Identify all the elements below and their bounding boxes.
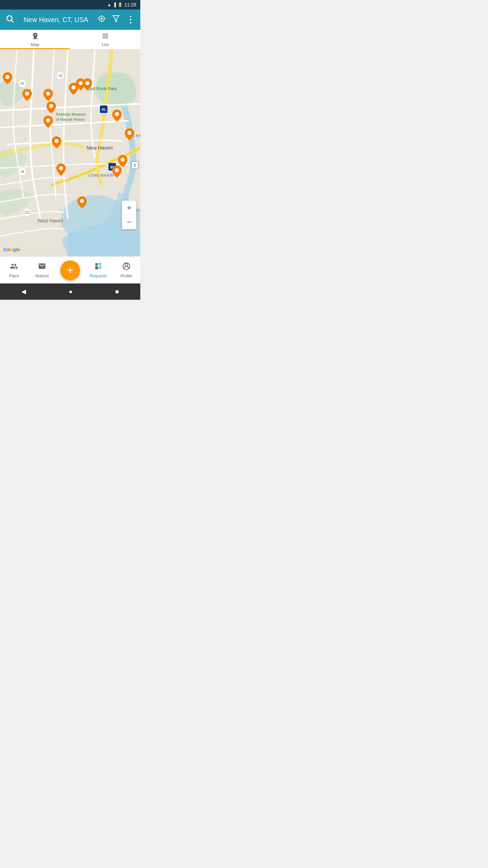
map-marker[interactable]	[77, 196, 87, 209]
svg-point-49	[115, 112, 119, 116]
battery-icon: 🔋	[118, 2, 123, 7]
markers-layer	[0, 50, 140, 256]
svg-rect-9	[33, 38, 38, 39]
svg-point-52	[121, 158, 125, 162]
profile-icon	[122, 262, 130, 272]
svg-point-50	[127, 131, 131, 135]
svg-point-42	[46, 92, 50, 96]
svg-point-43	[72, 85, 76, 90]
google-o2: o	[10, 247, 13, 252]
back-button[interactable]: ◀	[21, 288, 26, 295]
svg-rect-56	[99, 263, 101, 264]
svg-point-44	[79, 81, 83, 85]
zoom-in-button[interactable]: +	[122, 201, 136, 215]
svg-point-0	[7, 16, 12, 21]
nav-item-notices[interactable]: Notices	[28, 257, 56, 283]
map-marker[interactable]	[43, 89, 53, 101]
nav-item-place[interactable]: Place	[0, 257, 28, 283]
map-marker[interactable]	[22, 89, 32, 101]
view-tabs: Map List	[0, 30, 140, 50]
notices-label: Notices	[35, 274, 49, 278]
status-bar: ▲ ▐ 🔋 11:28	[0, 0, 140, 9]
bottom-nav: Place Notices Requests	[0, 256, 140, 283]
tab-list[interactable]: List	[70, 30, 140, 49]
google-e: e	[17, 247, 20, 252]
svg-point-48	[55, 139, 59, 143]
svg-rect-57	[99, 264, 101, 265]
status-time: 11:28	[124, 2, 136, 7]
svg-rect-55	[95, 263, 98, 266]
svg-line-1	[12, 20, 14, 22]
svg-point-51	[59, 166, 63, 170]
map-marker[interactable]	[52, 136, 61, 149]
map-tab-icon	[32, 32, 39, 41]
status-icons: ▲ ▐ 🔋 11:28	[107, 2, 136, 7]
svg-point-40	[5, 75, 9, 79]
nav-item-requests[interactable]: Requests	[84, 257, 112, 283]
list-tab-label: List	[102, 42, 108, 47]
requests-icon	[94, 262, 102, 272]
tab-map[interactable]: Map	[0, 30, 70, 49]
place-label: Place	[9, 274, 19, 278]
google-g2: g	[13, 247, 16, 252]
svg-rect-12	[102, 37, 108, 38]
map-view[interactable]: 63 10 34 122 91 95 1 East Rock Park Peab…	[0, 50, 140, 256]
map-marker[interactable]	[3, 72, 12, 84]
search-icon[interactable]	[5, 14, 14, 25]
map-marker[interactable]	[112, 165, 122, 178]
wifi-icon: ▲	[107, 2, 111, 7]
zoom-controls[interactable]: + −	[122, 201, 136, 229]
svg-point-46	[49, 104, 53, 108]
map-marker[interactable]	[56, 163, 66, 176]
map-marker[interactable]	[112, 110, 122, 122]
google-g: G	[3, 247, 7, 252]
google-watermark: Google	[3, 247, 20, 252]
svg-point-61	[125, 263, 128, 266]
svg-marker-8	[113, 16, 119, 22]
top-bar: New Haven, CT, USA ⋮	[0, 9, 140, 30]
svg-rect-58	[95, 267, 98, 269]
svg-rect-11	[102, 36, 108, 36]
target-icon[interactable]	[98, 15, 106, 25]
requests-label: Requests	[89, 274, 107, 278]
filter-icon[interactable]	[112, 15, 120, 25]
place-icon	[10, 262, 18, 272]
svg-rect-10	[102, 34, 108, 34]
list-tab-icon	[102, 32, 109, 41]
svg-point-47	[46, 118, 50, 122]
svg-rect-60	[99, 268, 101, 269]
more-icon[interactable]: ⋮	[126, 15, 135, 25]
map-marker[interactable]	[43, 116, 53, 128]
notices-icon	[38, 262, 46, 272]
signal-icon: ▐	[113, 2, 116, 7]
map-tab-label: Map	[31, 42, 39, 47]
svg-point-54	[80, 199, 84, 203]
zoom-out-button[interactable]: −	[122, 215, 136, 229]
map-marker[interactable]	[83, 78, 92, 91]
add-button[interactable]	[60, 260, 80, 280]
svg-point-45	[85, 81, 89, 85]
svg-point-41	[25, 92, 29, 96]
home-button[interactable]: ●	[69, 288, 73, 295]
profile-label: Profile	[121, 274, 132, 278]
map-marker[interactable]	[125, 128, 134, 140]
map-marker[interactable]	[46, 101, 56, 114]
svg-point-3	[101, 18, 102, 19]
svg-rect-59	[99, 267, 101, 267]
android-nav-bar: ◀ ● ■	[0, 283, 140, 300]
nav-add-container	[56, 260, 84, 280]
top-bar-actions: ⋮	[98, 15, 135, 25]
svg-point-53	[115, 168, 119, 172]
location-title: New Haven, CT, USA	[19, 16, 93, 24]
nav-item-profile[interactable]: Profile	[112, 257, 140, 283]
recent-button[interactable]: ■	[115, 288, 119, 295]
